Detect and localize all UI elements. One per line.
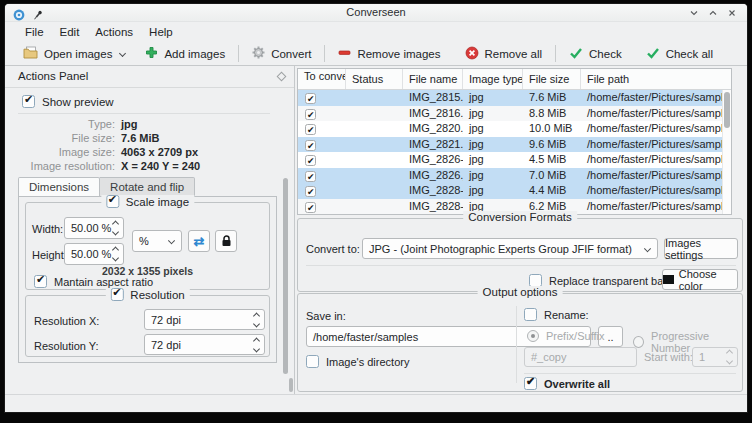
row-file-path: /home/faster/Pictures/samples [581,121,731,137]
row-checkbox[interactable] [305,186,316,197]
row-file-size: 4.5 MiB [523,152,581,168]
rename-pattern-input[interactable]: #_copy [524,347,637,367]
actions-panel-title: Actions Panel [18,70,88,82]
width-label: Width: [32,223,63,235]
row-file-path: /home/faster/Pictures/samples [581,152,731,168]
rename-checkbox[interactable]: Rename: [524,308,589,321]
remove-images-button[interactable]: Remove images [330,43,448,64]
format-dropdown[interactable]: JPG - (Joint Photographic Experts Group … [362,238,658,259]
table-row[interactable]: IMG_2820.jpg jpg 10.0 MiB /home/faster/P… [298,121,731,137]
status-bar [5,394,747,411]
start-with-spinner[interactable]: 1 [692,347,738,367]
row-file-path: /home/faster/Pictures/samples [581,137,731,153]
row-file-size: 10.0 MiB [523,121,581,137]
splitter-handle[interactable] [289,378,293,392]
info-file-size: File size: 7.6 MiB [5,132,275,144]
images-settings-button[interactable]: Images settings [664,238,738,259]
show-preview-checkbox[interactable]: Show preview [22,95,114,108]
col-file-path[interactable]: File path [581,69,731,89]
check-icon [646,47,660,61]
col-file-name[interactable]: File name [403,69,463,89]
table-body: IMG_2815.jpg jpg 7.6 MiB /home/faster/Pi… [298,90,731,214]
row-status [346,137,403,153]
maximize-button[interactable] [708,8,718,18]
resolution-checkbox[interactable]: Resolution [105,288,189,301]
row-checkbox[interactable] [305,124,316,135]
width-spinner[interactable]: 50.00 % [64,217,124,239]
row-file-path: /home/faster/Pictures/samples [581,90,731,106]
table-row[interactable]: IMG_2828-2.jpg jpg 4.4 MiB /home/faster/… [298,183,731,199]
choose-color-button[interactable]: Choose color [662,269,738,290]
row-file-size: 7.0 MiB [523,168,581,184]
col-to-convert[interactable]: To convert [298,69,346,89]
circle-x-icon [465,46,479,62]
open-images-button[interactable]: Open images [15,43,133,64]
start-with-label: Start with: [644,351,693,363]
row-checkbox[interactable] [305,155,316,166]
height-spinner[interactable]: 50.00 % [64,243,124,265]
row-checkbox[interactable] [305,202,316,213]
row-status [346,152,403,168]
checkbox-box [524,377,537,390]
resolution-x-spinner[interactable]: 72 dpi [144,309,265,330]
overwrite-all-checkbox[interactable]: Overwrite all [524,377,610,390]
col-image-type[interactable]: Image type [463,69,523,89]
remove-all-button[interactable]: Remove all [457,43,551,65]
col-file-size[interactable]: File size [523,69,581,89]
table-row[interactable]: IMG_2826-Mo... jpg 4.5 MiB /home/faster/… [298,152,731,168]
row-status [346,106,403,122]
tab-dimensions[interactable]: Dimensions [18,177,100,197]
images-directory-checkbox[interactable]: Image's directory [306,355,409,368]
close-button[interactable] [727,8,737,18]
table-row[interactable]: IMG_2821.jpg jpg 9.6 MiB /home/faster/Pi… [298,137,731,153]
conversion-formats-group: Conversion Formats Convert to: JPG - (Jo… [297,218,743,292]
check-all-button[interactable]: Check all [638,44,721,64]
row-status [346,183,403,199]
unit-dropdown[interactable]: % [132,230,182,252]
row-file-path: /home/faster/Pictures/samples [581,106,731,122]
maintain-aspect-ratio-checkbox[interactable]: Mantain aspect ratio [34,275,153,288]
minimize-button[interactable] [689,8,699,18]
row-image-type: jpg [463,90,523,106]
right-panel: To convert Status File name Image type F… [295,66,747,394]
row-checkbox[interactable] [305,93,316,104]
row-image-type: jpg [463,168,523,184]
checkbox-box [524,308,537,321]
toolbar-separator [324,45,325,62]
menu-file[interactable]: File [17,24,52,40]
info-image-size: Image size: 4063 x 2709 px [5,146,275,158]
swap-arrows-icon[interactable]: ⇄ [188,230,210,252]
checkbox-box [106,195,119,208]
row-checkbox[interactable] [305,140,316,151]
title-bar[interactable]: Converseen [5,4,747,22]
add-images-button[interactable]: Add images [137,43,233,64]
col-status[interactable]: Status [346,69,403,89]
scale-image-checkbox[interactable]: Scale image [101,195,194,208]
lock-icon[interactable] [215,230,237,252]
convert-button[interactable]: Convert [244,43,319,64]
row-checkbox[interactable] [305,171,316,182]
row-file-name: IMG_2820.jpg [403,121,463,137]
app-window: Converseen File Edit Actions Help Open i… [5,4,747,412]
table-row[interactable]: IMG_2826.jpg jpg 7.0 MiB /home/faster/Pi… [298,168,731,184]
table-scrollbar-thumb[interactable] [724,92,730,128]
row-checkbox[interactable] [305,109,316,120]
table-row[interactable]: IMG_2815.jpg jpg 7.6 MiB /home/faster/Pi… [298,90,731,106]
row-file-name: IMG_2821.jpg [403,137,463,153]
row-file-name: IMG_2815.jpg [403,90,463,106]
diamond-icon[interactable] [277,72,287,82]
check-button[interactable]: Check [561,44,630,64]
gear-icon [252,46,265,61]
actions-panel-header: Actions Panel [5,66,294,88]
table-scrollbar[interactable] [722,90,731,214]
menu-help[interactable]: Help [141,24,181,40]
row-file-path: /home/faster/Pictures/samples [581,199,731,215]
resolution-y-spinner[interactable]: 72 dpi [144,334,265,355]
scale-image-group: Scale image Width: 50.00 % Height: 50.00… [25,202,270,290]
prefix-suffix-radio[interactable]: Prefix/Suffix [527,330,605,342]
panel-scrollbar[interactable] [283,178,288,374]
checkbox-box [22,95,35,108]
menu-actions[interactable]: Actions [87,24,141,40]
menu-edit[interactable]: Edit [52,24,88,40]
table-row[interactable]: IMG_2816.jpg jpg 8.8 MiB /home/faster/Pi… [298,106,731,122]
